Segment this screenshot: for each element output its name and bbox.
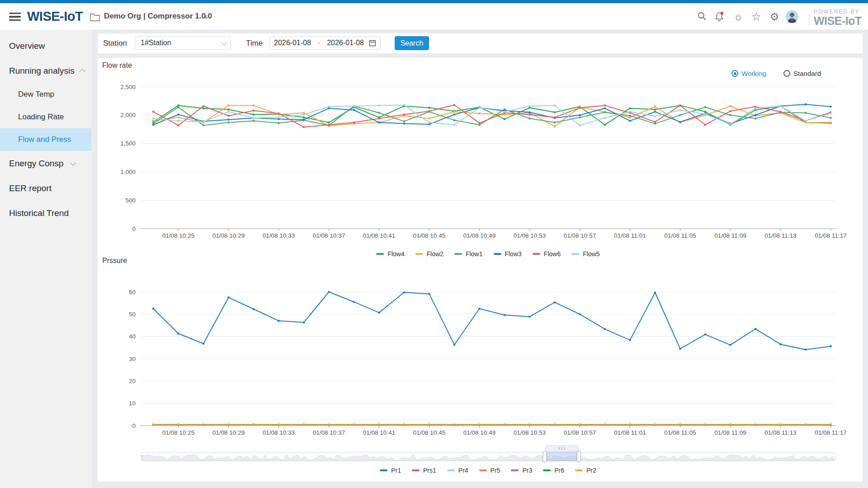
legend-item-pr1[interactable]: Pr1 [380, 467, 401, 474]
legend-item-pr6[interactable]: Pr6 [543, 467, 564, 474]
filter-bar: Station 1#Station Time 2026-01-08 - 2026… [98, 33, 863, 53]
date-separator: - [316, 39, 322, 47]
svg-text:1,500: 1,500 [120, 140, 136, 147]
sidebar-item-label: Overview [9, 41, 45, 51]
date-from-value: 2026-01-08 [274, 39, 311, 47]
sidebar-item-label: Energy Consp [9, 159, 63, 169]
user-avatar[interactable] [785, 10, 799, 25]
legend-label: Flow5 [583, 250, 599, 258]
sidebar-item-overview[interactable]: Overview [0, 33, 91, 58]
hamburger-menu-icon[interactable] [9, 13, 21, 21]
org-selector[interactable]: Demo Org | Compressor 1.0.0 [104, 12, 212, 21]
sidebar-item-historical-trend[interactable]: Historical Trend [0, 201, 91, 225]
svg-text:01/08 10:33: 01/08 10:33 [263, 232, 295, 239]
legend-item-flow4[interactable]: Flow4 [376, 250, 404, 258]
svg-text:01/08 11:13: 01/08 11:13 [764, 232, 796, 239]
legend-marker [376, 253, 384, 255]
sidebar-item-label: Dew Temp [18, 90, 54, 99]
datazoom-slider[interactable] [141, 446, 836, 462]
legend-label: Flow2 [427, 250, 443, 258]
svg-text:10: 10 [129, 400, 136, 407]
svg-text:01/08 11:01: 01/08 11:01 [614, 232, 646, 239]
legend-marker [494, 253, 501, 255]
legend-label: Prs1 [423, 467, 436, 474]
theme-sun-icon[interactable]: ☼ [732, 11, 744, 23]
svg-text:01/08 10:41: 01/08 10:41 [363, 232, 395, 239]
sidebar-item-label: Running analysis [9, 66, 75, 76]
legend-item-flow5[interactable]: Flow5 [571, 250, 599, 258]
svg-text:01/08 10:33: 01/08 10:33 [263, 429, 295, 436]
datazoom-handle-right[interactable] [577, 451, 580, 462]
legend-marker [575, 469, 583, 471]
legend-item-prs1[interactable]: Prs1 [412, 467, 436, 474]
legend-item-pr5[interactable]: Pr5 [479, 467, 500, 474]
station-select[interactable]: 1#Station [135, 36, 231, 50]
legend-marker [412, 469, 420, 471]
chevron-down-icon [70, 159, 76, 165]
sidebar-item-label: Loading Rate [18, 113, 64, 122]
svg-text:01/08 11:17: 01/08 11:17 [815, 232, 846, 239]
legend-marker [479, 469, 487, 471]
sidebar-item-eer-report[interactable]: EER report [0, 176, 91, 201]
station-select-value: 1#Station [141, 39, 171, 47]
legend-item-flow1[interactable]: Flow1 [454, 250, 482, 258]
header-divider [809, 13, 809, 26]
svg-text:01/08 10:25: 01/08 10:25 [162, 232, 194, 239]
datazoom-window[interactable] [545, 452, 579, 461]
search-icon[interactable] [696, 11, 708, 23]
svg-text:01/08 10:57: 01/08 10:57 [564, 232, 596, 239]
svg-text:0: 0 [132, 225, 136, 232]
svg-text:01/08 11:09: 01/08 11:09 [714, 232, 746, 239]
station-label: Station [103, 39, 127, 48]
legend-item-flow6[interactable]: Flow6 [533, 250, 561, 258]
calendar-icon [369, 39, 376, 47]
sidebar-item-loading-rate[interactable]: Loading Rate [0, 106, 91, 128]
favorite-star-icon[interactable]: ☆ [750, 11, 762, 23]
charts-canvas: 2,5002,0001,5001,000500001/08 10:2501/08… [98, 58, 863, 482]
sidebar-nav: OverviewRunning analysisDew TempLoading … [0, 30, 91, 488]
svg-text:01/08 10:53: 01/08 10:53 [514, 232, 546, 239]
time-label: Time [246, 39, 263, 48]
svg-text:01/08 11:09: 01/08 11:09 [714, 429, 746, 436]
legend-item-flow3[interactable]: Flow3 [494, 250, 522, 258]
sidebar-item-running-analysis[interactable]: Running analysis [0, 58, 91, 83]
flow-chart: 2,5002,0001,5001,000500001/08 10:2501/08… [120, 84, 846, 239]
svg-text:01/08 11:13: 01/08 11:13 [764, 429, 796, 436]
legend-marker [380, 469, 387, 471]
svg-text:01/08 10:29: 01/08 10:29 [212, 429, 245, 436]
svg-text:01/08 11:01: 01/08 11:01 [614, 429, 646, 436]
svg-text:0: 0 [132, 422, 136, 429]
svg-text:01/08 11:05: 01/08 11:05 [664, 232, 696, 239]
search-button[interactable]: Search [395, 36, 429, 50]
sidebar-item-flow-and-press[interactable]: Flow and Press [0, 128, 91, 151]
svg-text:01/08 11:05: 01/08 11:05 [664, 429, 696, 436]
legend-item-pr3[interactable]: Pr3 [511, 467, 532, 474]
svg-text:60: 60 [129, 289, 136, 296]
legend-marker [543, 469, 551, 471]
svg-text:500: 500 [125, 197, 136, 204]
svg-text:01/08 10:57: 01/08 10:57 [564, 429, 596, 436]
sidebar-item-dew-temp[interactable]: Dew Temp [0, 83, 91, 106]
flow-chart-legend: Flow4Flow2Flow1Flow3Flow6Flow5 [140, 249, 836, 259]
notification-badge [721, 12, 724, 15]
legend-item-pr4[interactable]: Pr4 [447, 467, 468, 474]
date-range-input[interactable]: 2026-01-08 - 2026-01-08 [269, 36, 381, 50]
legend-label: Pr5 [491, 467, 500, 474]
svg-text:40: 40 [129, 333, 136, 340]
settings-gear-icon[interactable]: ⚙ [769, 11, 780, 23]
sidebar-item-energy-consp[interactable]: Energy Consp [0, 151, 91, 176]
legend-item-pr2[interactable]: Pr2 [575, 467, 596, 474]
chevron-down-icon: ▾ [204, 13, 207, 19]
legend-item-flow2[interactable]: Flow2 [415, 250, 443, 258]
svg-text:01/08 10:49: 01/08 10:49 [463, 232, 495, 239]
bell-icon[interactable] [713, 11, 725, 23]
top-accent-bar [0, 0, 868, 3]
legend-label: Pr1 [391, 467, 401, 474]
svg-text:01/08 10:41: 01/08 10:41 [363, 429, 395, 436]
datazoom-handle-left[interactable] [543, 451, 547, 462]
legend-label: Pr6 [554, 467, 564, 474]
svg-text:01/08 10:37: 01/08 10:37 [313, 429, 345, 436]
svg-text:01/08 10:53: 01/08 10:53 [514, 429, 546, 436]
svg-text:50: 50 [129, 311, 136, 318]
svg-text:2,000: 2,000 [120, 112, 136, 118]
